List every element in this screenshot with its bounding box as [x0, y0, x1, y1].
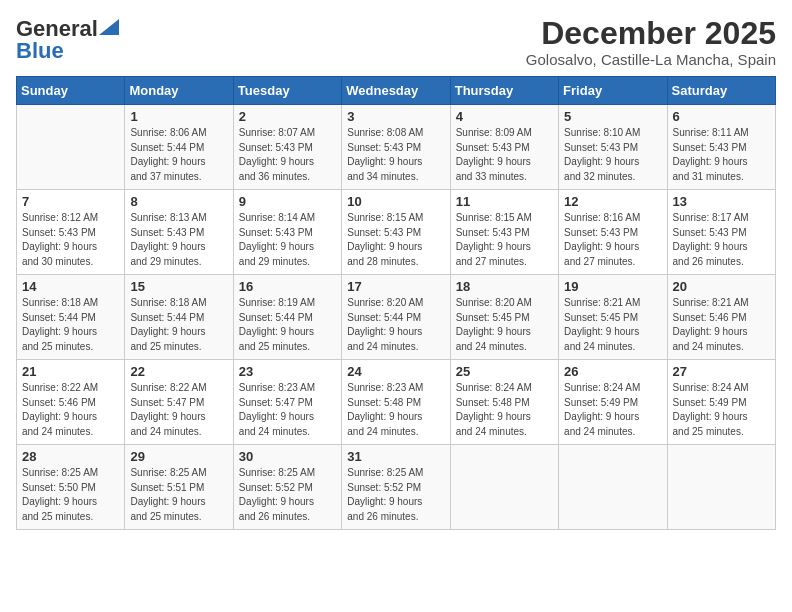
calendar-week-row: 1Sunrise: 8:06 AMSunset: 5:44 PMDaylight…	[17, 105, 776, 190]
day-number: 2	[239, 109, 336, 124]
day-number: 9	[239, 194, 336, 209]
day-number: 4	[456, 109, 553, 124]
day-info: Sunrise: 8:19 AMSunset: 5:44 PMDaylight:…	[239, 296, 336, 354]
day-number: 24	[347, 364, 444, 379]
day-info: Sunrise: 8:24 AMSunset: 5:49 PMDaylight:…	[564, 381, 661, 439]
day-info: Sunrise: 8:25 AMSunset: 5:52 PMDaylight:…	[239, 466, 336, 524]
day-info: Sunrise: 8:14 AMSunset: 5:43 PMDaylight:…	[239, 211, 336, 269]
day-info: Sunrise: 8:25 AMSunset: 5:50 PMDaylight:…	[22, 466, 119, 524]
day-info: Sunrise: 8:18 AMSunset: 5:44 PMDaylight:…	[22, 296, 119, 354]
calendar-cell: 18Sunrise: 8:20 AMSunset: 5:45 PMDayligh…	[450, 275, 558, 360]
calendar-cell: 12Sunrise: 8:16 AMSunset: 5:43 PMDayligh…	[559, 190, 667, 275]
day-number: 28	[22, 449, 119, 464]
day-info: Sunrise: 8:16 AMSunset: 5:43 PMDaylight:…	[564, 211, 661, 269]
col-header-monday: Monday	[125, 77, 233, 105]
calendar-cell: 21Sunrise: 8:22 AMSunset: 5:46 PMDayligh…	[17, 360, 125, 445]
day-number: 22	[130, 364, 227, 379]
calendar-cell: 14Sunrise: 8:18 AMSunset: 5:44 PMDayligh…	[17, 275, 125, 360]
calendar-cell	[450, 445, 558, 530]
day-info: Sunrise: 8:11 AMSunset: 5:43 PMDaylight:…	[673, 126, 770, 184]
day-info: Sunrise: 8:21 AMSunset: 5:46 PMDaylight:…	[673, 296, 770, 354]
day-info: Sunrise: 8:06 AMSunset: 5:44 PMDaylight:…	[130, 126, 227, 184]
day-info: Sunrise: 8:23 AMSunset: 5:48 PMDaylight:…	[347, 381, 444, 439]
day-info: Sunrise: 8:23 AMSunset: 5:47 PMDaylight:…	[239, 381, 336, 439]
calendar-cell: 3Sunrise: 8:08 AMSunset: 5:43 PMDaylight…	[342, 105, 450, 190]
calendar-cell: 28Sunrise: 8:25 AMSunset: 5:50 PMDayligh…	[17, 445, 125, 530]
month-title: December 2025	[526, 16, 776, 51]
day-number: 1	[130, 109, 227, 124]
day-number: 20	[673, 279, 770, 294]
calendar-cell: 10Sunrise: 8:15 AMSunset: 5:43 PMDayligh…	[342, 190, 450, 275]
col-header-sunday: Sunday	[17, 77, 125, 105]
day-number: 11	[456, 194, 553, 209]
calendar-cell: 24Sunrise: 8:23 AMSunset: 5:48 PMDayligh…	[342, 360, 450, 445]
day-info: Sunrise: 8:17 AMSunset: 5:43 PMDaylight:…	[673, 211, 770, 269]
day-info: Sunrise: 8:21 AMSunset: 5:45 PMDaylight:…	[564, 296, 661, 354]
day-number: 30	[239, 449, 336, 464]
day-number: 15	[130, 279, 227, 294]
calendar-cell	[17, 105, 125, 190]
day-info: Sunrise: 8:13 AMSunset: 5:43 PMDaylight:…	[130, 211, 227, 269]
day-info: Sunrise: 8:07 AMSunset: 5:43 PMDaylight:…	[239, 126, 336, 184]
day-number: 19	[564, 279, 661, 294]
calendar-cell: 30Sunrise: 8:25 AMSunset: 5:52 PMDayligh…	[233, 445, 341, 530]
day-number: 23	[239, 364, 336, 379]
day-number: 7	[22, 194, 119, 209]
day-info: Sunrise: 8:20 AMSunset: 5:44 PMDaylight:…	[347, 296, 444, 354]
calendar-cell: 20Sunrise: 8:21 AMSunset: 5:46 PMDayligh…	[667, 275, 775, 360]
col-header-saturday: Saturday	[667, 77, 775, 105]
calendar-cell: 2Sunrise: 8:07 AMSunset: 5:43 PMDaylight…	[233, 105, 341, 190]
day-info: Sunrise: 8:20 AMSunset: 5:45 PMDaylight:…	[456, 296, 553, 354]
day-number: 18	[456, 279, 553, 294]
calendar-cell: 19Sunrise: 8:21 AMSunset: 5:45 PMDayligh…	[559, 275, 667, 360]
col-header-thursday: Thursday	[450, 77, 558, 105]
calendar-cell: 4Sunrise: 8:09 AMSunset: 5:43 PMDaylight…	[450, 105, 558, 190]
day-number: 25	[456, 364, 553, 379]
calendar-cell: 29Sunrise: 8:25 AMSunset: 5:51 PMDayligh…	[125, 445, 233, 530]
day-info: Sunrise: 8:15 AMSunset: 5:43 PMDaylight:…	[456, 211, 553, 269]
day-number: 12	[564, 194, 661, 209]
calendar-header-row: SundayMondayTuesdayWednesdayThursdayFrid…	[17, 77, 776, 105]
day-info: Sunrise: 8:25 AMSunset: 5:51 PMDaylight:…	[130, 466, 227, 524]
day-info: Sunrise: 8:10 AMSunset: 5:43 PMDaylight:…	[564, 126, 661, 184]
page-header: General Blue December 2025 Golosalvo, Ca…	[16, 16, 776, 68]
day-number: 31	[347, 449, 444, 464]
calendar-cell: 16Sunrise: 8:19 AMSunset: 5:44 PMDayligh…	[233, 275, 341, 360]
day-number: 5	[564, 109, 661, 124]
calendar-cell: 22Sunrise: 8:22 AMSunset: 5:47 PMDayligh…	[125, 360, 233, 445]
day-info: Sunrise: 8:12 AMSunset: 5:43 PMDaylight:…	[22, 211, 119, 269]
day-info: Sunrise: 8:22 AMSunset: 5:46 PMDaylight:…	[22, 381, 119, 439]
calendar-cell: 1Sunrise: 8:06 AMSunset: 5:44 PMDaylight…	[125, 105, 233, 190]
day-number: 14	[22, 279, 119, 294]
day-info: Sunrise: 8:09 AMSunset: 5:43 PMDaylight:…	[456, 126, 553, 184]
day-info: Sunrise: 8:08 AMSunset: 5:43 PMDaylight:…	[347, 126, 444, 184]
calendar-cell: 17Sunrise: 8:20 AMSunset: 5:44 PMDayligh…	[342, 275, 450, 360]
calendar-cell: 7Sunrise: 8:12 AMSunset: 5:43 PMDaylight…	[17, 190, 125, 275]
logo-blue: Blue	[16, 38, 64, 64]
calendar-cell: 26Sunrise: 8:24 AMSunset: 5:49 PMDayligh…	[559, 360, 667, 445]
calendar-cell: 23Sunrise: 8:23 AMSunset: 5:47 PMDayligh…	[233, 360, 341, 445]
day-number: 8	[130, 194, 227, 209]
calendar-cell	[667, 445, 775, 530]
calendar-cell: 13Sunrise: 8:17 AMSunset: 5:43 PMDayligh…	[667, 190, 775, 275]
calendar-week-row: 7Sunrise: 8:12 AMSunset: 5:43 PMDaylight…	[17, 190, 776, 275]
calendar-cell: 11Sunrise: 8:15 AMSunset: 5:43 PMDayligh…	[450, 190, 558, 275]
calendar-cell	[559, 445, 667, 530]
day-info: Sunrise: 8:24 AMSunset: 5:49 PMDaylight:…	[673, 381, 770, 439]
logo-icon	[99, 19, 119, 35]
day-number: 3	[347, 109, 444, 124]
calendar-cell: 31Sunrise: 8:25 AMSunset: 5:52 PMDayligh…	[342, 445, 450, 530]
day-number: 13	[673, 194, 770, 209]
logo: General Blue	[16, 16, 119, 64]
calendar-week-row: 28Sunrise: 8:25 AMSunset: 5:50 PMDayligh…	[17, 445, 776, 530]
calendar-table: SundayMondayTuesdayWednesdayThursdayFrid…	[16, 76, 776, 530]
day-info: Sunrise: 8:24 AMSunset: 5:48 PMDaylight:…	[456, 381, 553, 439]
day-number: 16	[239, 279, 336, 294]
svg-marker-0	[99, 19, 119, 35]
calendar-cell: 25Sunrise: 8:24 AMSunset: 5:48 PMDayligh…	[450, 360, 558, 445]
calendar-cell: 8Sunrise: 8:13 AMSunset: 5:43 PMDaylight…	[125, 190, 233, 275]
calendar-week-row: 14Sunrise: 8:18 AMSunset: 5:44 PMDayligh…	[17, 275, 776, 360]
calendar-cell: 5Sunrise: 8:10 AMSunset: 5:43 PMDaylight…	[559, 105, 667, 190]
title-block: December 2025 Golosalvo, Castille-La Man…	[526, 16, 776, 68]
day-number: 6	[673, 109, 770, 124]
